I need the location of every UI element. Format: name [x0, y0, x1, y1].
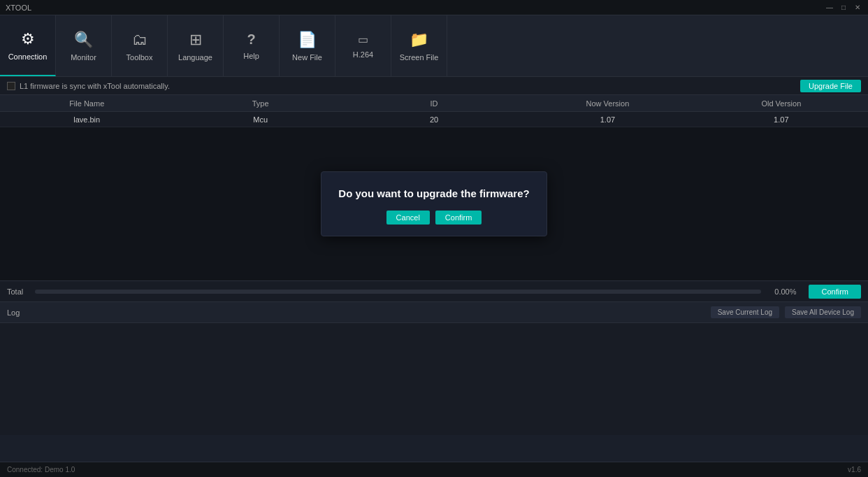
toolbar-monitor-label: Monitor	[71, 53, 96, 62]
toolbar-help[interactable]: ? Help	[224, 15, 280, 76]
minimize-button[interactable]: —	[825, 3, 834, 13]
toolbar-screen-file[interactable]: 📁 Screen File	[391, 15, 447, 76]
progress-confirm-button[interactable]: Confirm	[809, 285, 861, 299]
toolbar-toolbox[interactable]: 🗂 Toolbox	[112, 15, 168, 76]
th-old-version: Old Version	[695, 99, 868, 108]
save-all-device-log-button[interactable]: Save All Device Log	[785, 306, 861, 318]
h264-icon: ▭	[358, 33, 368, 46]
toolbar-h264-label: H.264	[353, 50, 373, 59]
toolbar-language-label: Language	[178, 53, 212, 62]
dialog-overlay: Do you want to upgrade the firmware? Can…	[0, 127, 868, 280]
dialog-cancel-button[interactable]: Cancel	[386, 211, 430, 225]
td-id: 20	[347, 115, 521, 124]
log-header: Log Save Current Log Save All Device Log	[0, 302, 868, 323]
new-file-icon: 📄	[298, 31, 317, 49]
toolbar-language[interactable]: ⊞ Language	[168, 15, 224, 76]
main-area: Do you want to upgrade the firmware? Can…	[0, 127, 868, 281]
toolbar-monitor[interactable]: 🔍 Monitor	[56, 15, 112, 76]
toolbar-new-file[interactable]: 📄 New File	[280, 15, 335, 76]
th-type: Type	[173, 99, 347, 108]
language-icon: ⊞	[189, 31, 202, 49]
td-now-version: 1.07	[521, 115, 694, 124]
toolbar-new-file-label: New File	[292, 53, 322, 62]
progress-label: Total	[7, 287, 28, 296]
td-type: Mcu	[173, 115, 347, 124]
maximize-button[interactable]: □	[839, 3, 848, 13]
help-icon: ?	[247, 31, 255, 48]
status-message: L1 firmware is sync with xTool automatic…	[20, 82, 170, 90]
connection-icon: ⚙	[21, 30, 35, 48]
table-row: lave.bin Mcu 20 1.07 1.07	[0, 112, 868, 127]
status-text-group: L1 firmware is sync with xTool automatic…	[7, 82, 170, 90]
toolbar-screen-file-label: Screen File	[400, 53, 439, 62]
dialog-box: Do you want to upgrade the firmware? Can…	[321, 171, 547, 236]
log-buttons: Save Current Log Save All Device Log	[711, 306, 861, 318]
dialog-title: Do you want to upgrade the firmware?	[338, 186, 529, 201]
monitor-icon: 🔍	[74, 31, 93, 49]
td-file-name: lave.bin	[0, 115, 173, 124]
progress-area: Total 0.00% Confirm	[0, 281, 868, 302]
progress-percent: 0.00%	[768, 287, 796, 296]
bottom-left-text: Connected: Demo 1.0	[7, 466, 75, 474]
title-bar: XTOOL — □ ✕	[0, 0, 868, 15]
th-now-version: Now Version	[521, 99, 694, 108]
log-content	[0, 323, 868, 435]
close-button[interactable]: ✕	[853, 3, 862, 13]
th-id: ID	[347, 99, 521, 108]
toolbar-toolbox-label: Toolbox	[126, 53, 153, 62]
progress-track	[35, 290, 761, 294]
table-header: File Name Type ID Now Version Old Versio…	[0, 95, 868, 112]
toolbar-connection[interactable]: ⚙ Connection	[0, 15, 56, 76]
app-title: XTOOL	[6, 3, 31, 12]
save-current-log-button[interactable]: Save Current Log	[711, 306, 779, 318]
toolbar-connection-label: Connection	[8, 52, 48, 61]
upgrade-file-button[interactable]: Upgrade File	[800, 80, 861, 92]
th-file-name: File Name	[0, 99, 173, 108]
log-title: Log	[7, 308, 20, 317]
dialog-buttons: Cancel Confirm	[338, 211, 529, 225]
toolbar-h264[interactable]: ▭ H.264	[335, 15, 391, 76]
bottom-bar: Connected: Demo 1.0 v1.6	[0, 462, 868, 477]
status-bar: L1 firmware is sync with xTool automatic…	[0, 77, 868, 95]
auto-sync-checkbox[interactable]	[7, 82, 15, 90]
td-old-version: 1.07	[695, 115, 868, 124]
bottom-right-text: v1.6	[848, 466, 861, 474]
toolbar: ⚙ Connection 🔍 Monitor 🗂 Toolbox ⊞ Langu…	[0, 15, 868, 77]
dialog-confirm-button[interactable]: Confirm	[435, 211, 482, 225]
toolbox-icon: 🗂	[132, 31, 147, 49]
window-controls: — □ ✕	[825, 3, 862, 13]
toolbar-help-label: Help	[243, 52, 259, 60]
screen-file-icon: 📁	[410, 31, 428, 49]
table-body: lave.bin Mcu 20 1.07 1.07	[0, 112, 868, 127]
